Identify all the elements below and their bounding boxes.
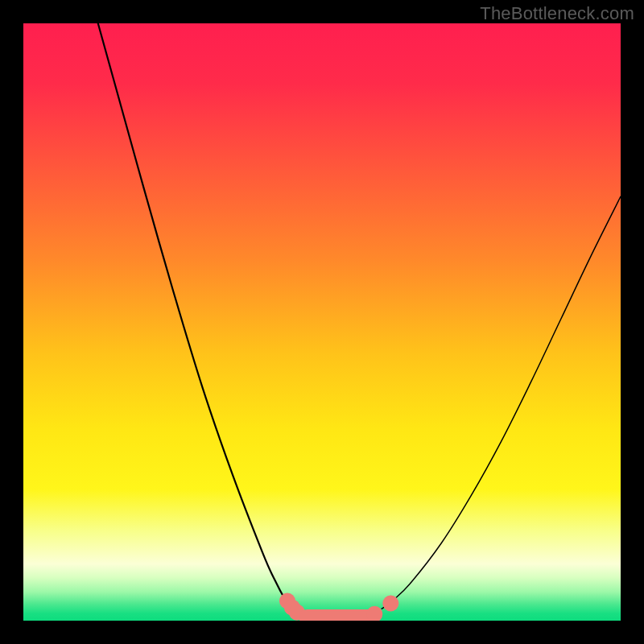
watermark-text: TheBottleneck.com <box>480 3 634 24</box>
chart-svg <box>23 23 621 621</box>
chart-frame: TheBottleneck.com <box>0 0 644 644</box>
data-marker <box>382 595 398 611</box>
plot-area <box>23 23 621 621</box>
gradient-background <box>23 23 621 621</box>
